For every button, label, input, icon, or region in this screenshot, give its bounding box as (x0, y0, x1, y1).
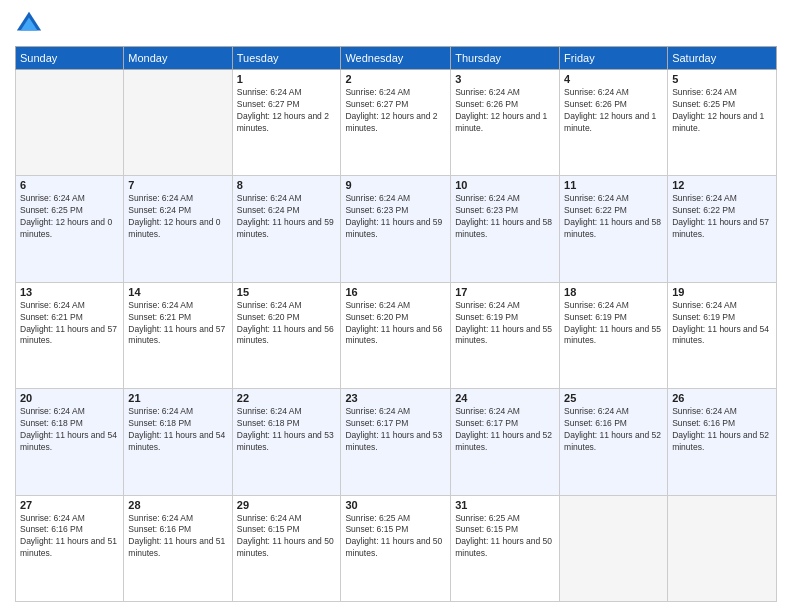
calendar-cell: 13Sunrise: 6:24 AMSunset: 6:21 PMDayligh… (16, 282, 124, 388)
calendar-header-wednesday: Wednesday (341, 47, 451, 70)
day-info: Sunrise: 6:24 AMSunset: 6:18 PMDaylight:… (128, 406, 227, 454)
calendar-header-thursday: Thursday (451, 47, 560, 70)
day-info: Sunrise: 6:24 AMSunset: 6:25 PMDaylight:… (672, 87, 772, 135)
day-number: 21 (128, 392, 227, 404)
day-number: 4 (564, 73, 663, 85)
calendar-week-row: 1Sunrise: 6:24 AMSunset: 6:27 PMDaylight… (16, 70, 777, 176)
calendar-cell: 2Sunrise: 6:24 AMSunset: 6:27 PMDaylight… (341, 70, 451, 176)
day-number: 26 (672, 392, 772, 404)
calendar-header-tuesday: Tuesday (232, 47, 341, 70)
calendar-header-friday: Friday (560, 47, 668, 70)
day-number: 7 (128, 179, 227, 191)
day-number: 18 (564, 286, 663, 298)
calendar-cell: 5Sunrise: 6:24 AMSunset: 6:25 PMDaylight… (668, 70, 777, 176)
calendar-week-row: 13Sunrise: 6:24 AMSunset: 6:21 PMDayligh… (16, 282, 777, 388)
calendar-week-row: 20Sunrise: 6:24 AMSunset: 6:18 PMDayligh… (16, 389, 777, 495)
calendar-cell: 28Sunrise: 6:24 AMSunset: 6:16 PMDayligh… (124, 495, 232, 601)
day-number: 6 (20, 179, 119, 191)
day-info: Sunrise: 6:24 AMSunset: 6:21 PMDaylight:… (128, 300, 227, 348)
day-info: Sunrise: 6:24 AMSunset: 6:20 PMDaylight:… (345, 300, 446, 348)
day-number: 10 (455, 179, 555, 191)
day-info: Sunrise: 6:24 AMSunset: 6:27 PMDaylight:… (237, 87, 337, 135)
calendar-cell: 17Sunrise: 6:24 AMSunset: 6:19 PMDayligh… (451, 282, 560, 388)
day-number: 17 (455, 286, 555, 298)
day-info: Sunrise: 6:24 AMSunset: 6:26 PMDaylight:… (455, 87, 555, 135)
day-number: 9 (345, 179, 446, 191)
day-number: 11 (564, 179, 663, 191)
day-info: Sunrise: 6:24 AMSunset: 6:16 PMDaylight:… (564, 406, 663, 454)
day-info: Sunrise: 6:24 AMSunset: 6:15 PMDaylight:… (237, 513, 337, 561)
day-info: Sunrise: 6:24 AMSunset: 6:24 PMDaylight:… (237, 193, 337, 241)
day-info: Sunrise: 6:24 AMSunset: 6:16 PMDaylight:… (128, 513, 227, 561)
day-info: Sunrise: 6:24 AMSunset: 6:22 PMDaylight:… (564, 193, 663, 241)
calendar-cell: 20Sunrise: 6:24 AMSunset: 6:18 PMDayligh… (16, 389, 124, 495)
calendar-cell: 15Sunrise: 6:24 AMSunset: 6:20 PMDayligh… (232, 282, 341, 388)
calendar-cell: 27Sunrise: 6:24 AMSunset: 6:16 PMDayligh… (16, 495, 124, 601)
day-number: 14 (128, 286, 227, 298)
calendar-cell: 1Sunrise: 6:24 AMSunset: 6:27 PMDaylight… (232, 70, 341, 176)
day-info: Sunrise: 6:24 AMSunset: 6:19 PMDaylight:… (455, 300, 555, 348)
calendar-cell (124, 70, 232, 176)
calendar-cell (560, 495, 668, 601)
calendar-cell: 11Sunrise: 6:24 AMSunset: 6:22 PMDayligh… (560, 176, 668, 282)
calendar-cell (16, 70, 124, 176)
calendar-cell (668, 495, 777, 601)
calendar-header-monday: Monday (124, 47, 232, 70)
day-info: Sunrise: 6:24 AMSunset: 6:25 PMDaylight:… (20, 193, 119, 241)
day-info: Sunrise: 6:24 AMSunset: 6:16 PMDaylight:… (672, 406, 772, 454)
day-number: 27 (20, 499, 119, 511)
day-number: 3 (455, 73, 555, 85)
calendar-cell: 31Sunrise: 6:25 AMSunset: 6:15 PMDayligh… (451, 495, 560, 601)
calendar-cell: 18Sunrise: 6:24 AMSunset: 6:19 PMDayligh… (560, 282, 668, 388)
day-info: Sunrise: 6:24 AMSunset: 6:19 PMDaylight:… (672, 300, 772, 348)
day-number: 15 (237, 286, 337, 298)
calendar-cell: 8Sunrise: 6:24 AMSunset: 6:24 PMDaylight… (232, 176, 341, 282)
calendar-header-row: SundayMondayTuesdayWednesdayThursdayFrid… (16, 47, 777, 70)
day-number: 25 (564, 392, 663, 404)
calendar: SundayMondayTuesdayWednesdayThursdayFrid… (15, 46, 777, 602)
day-info: Sunrise: 6:24 AMSunset: 6:21 PMDaylight:… (20, 300, 119, 348)
logo (15, 10, 47, 38)
day-info: Sunrise: 6:24 AMSunset: 6:16 PMDaylight:… (20, 513, 119, 561)
day-number: 5 (672, 73, 772, 85)
page: SundayMondayTuesdayWednesdayThursdayFrid… (0, 0, 792, 612)
header (15, 10, 777, 38)
day-number: 19 (672, 286, 772, 298)
calendar-cell: 10Sunrise: 6:24 AMSunset: 6:23 PMDayligh… (451, 176, 560, 282)
day-number: 13 (20, 286, 119, 298)
calendar-cell: 29Sunrise: 6:24 AMSunset: 6:15 PMDayligh… (232, 495, 341, 601)
day-number: 20 (20, 392, 119, 404)
day-info: Sunrise: 6:24 AMSunset: 6:23 PMDaylight:… (455, 193, 555, 241)
day-number: 16 (345, 286, 446, 298)
calendar-week-row: 27Sunrise: 6:24 AMSunset: 6:16 PMDayligh… (16, 495, 777, 601)
calendar-cell: 24Sunrise: 6:24 AMSunset: 6:17 PMDayligh… (451, 389, 560, 495)
day-info: Sunrise: 6:24 AMSunset: 6:27 PMDaylight:… (345, 87, 446, 135)
calendar-cell: 22Sunrise: 6:24 AMSunset: 6:18 PMDayligh… (232, 389, 341, 495)
day-number: 12 (672, 179, 772, 191)
calendar-week-row: 6Sunrise: 6:24 AMSunset: 6:25 PMDaylight… (16, 176, 777, 282)
calendar-cell: 16Sunrise: 6:24 AMSunset: 6:20 PMDayligh… (341, 282, 451, 388)
calendar-cell: 21Sunrise: 6:24 AMSunset: 6:18 PMDayligh… (124, 389, 232, 495)
calendar-cell: 25Sunrise: 6:24 AMSunset: 6:16 PMDayligh… (560, 389, 668, 495)
logo-icon (15, 10, 43, 38)
day-number: 31 (455, 499, 555, 511)
day-info: Sunrise: 6:24 AMSunset: 6:20 PMDaylight:… (237, 300, 337, 348)
day-number: 2 (345, 73, 446, 85)
calendar-cell: 6Sunrise: 6:24 AMSunset: 6:25 PMDaylight… (16, 176, 124, 282)
calendar-cell: 23Sunrise: 6:24 AMSunset: 6:17 PMDayligh… (341, 389, 451, 495)
calendar-cell: 9Sunrise: 6:24 AMSunset: 6:23 PMDaylight… (341, 176, 451, 282)
day-number: 30 (345, 499, 446, 511)
day-info: Sunrise: 6:24 AMSunset: 6:17 PMDaylight:… (455, 406, 555, 454)
day-info: Sunrise: 6:24 AMSunset: 6:24 PMDaylight:… (128, 193, 227, 241)
calendar-header-sunday: Sunday (16, 47, 124, 70)
day-info: Sunrise: 6:24 AMSunset: 6:22 PMDaylight:… (672, 193, 772, 241)
calendar-cell: 26Sunrise: 6:24 AMSunset: 6:16 PMDayligh… (668, 389, 777, 495)
day-info: Sunrise: 6:24 AMSunset: 6:26 PMDaylight:… (564, 87, 663, 135)
calendar-cell: 14Sunrise: 6:24 AMSunset: 6:21 PMDayligh… (124, 282, 232, 388)
calendar-cell: 12Sunrise: 6:24 AMSunset: 6:22 PMDayligh… (668, 176, 777, 282)
day-number: 1 (237, 73, 337, 85)
day-number: 28 (128, 499, 227, 511)
day-number: 24 (455, 392, 555, 404)
day-number: 22 (237, 392, 337, 404)
day-info: Sunrise: 6:24 AMSunset: 6:19 PMDaylight:… (564, 300, 663, 348)
